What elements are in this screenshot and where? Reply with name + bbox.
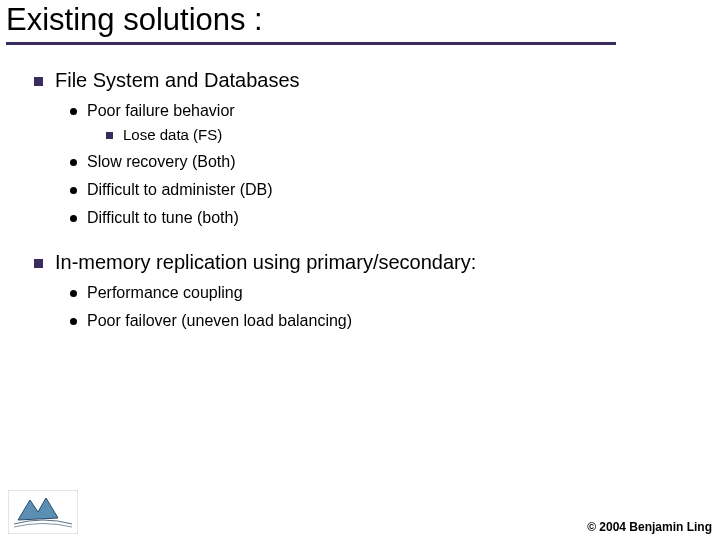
square-bullet-icon: [34, 77, 43, 86]
slide-title: Existing solutions :: [6, 0, 712, 38]
bullet-level1: In-memory replication using primary/seco…: [34, 251, 690, 274]
bullet-level1: File System and Databases: [34, 69, 690, 92]
dot-bullet-icon: [70, 159, 77, 166]
bullet-level2: Difficult to tune (both): [70, 209, 690, 227]
item-text: Difficult to tune (both): [87, 209, 690, 227]
dot-bullet-icon: [70, 215, 77, 222]
square-bullet-icon: [34, 259, 43, 268]
square-bullet-icon: [106, 132, 113, 139]
title-area: Existing solutions :: [0, 0, 720, 45]
dot-bullet-icon: [70, 108, 77, 115]
item-text: Slow recovery (Both): [87, 153, 690, 171]
roc-logo: [8, 490, 78, 534]
item-text: Difficult to administer (DB): [87, 181, 690, 199]
bullet-level2: Difficult to administer (DB): [70, 181, 690, 199]
subitem-text: Lose data (FS): [123, 126, 690, 143]
section-heading: In-memory replication using primary/seco…: [55, 251, 690, 274]
copyright-footer: © 2004 Benjamin Ling: [587, 520, 712, 534]
item-text: Poor failure behavior: [87, 102, 690, 120]
bullet-level2: Poor failure behavior: [70, 102, 690, 120]
dot-bullet-icon: [70, 290, 77, 297]
bullet-level2: Poor failover (uneven load balancing): [70, 312, 690, 330]
bullet-level2: Slow recovery (Both): [70, 153, 690, 171]
dot-bullet-icon: [70, 318, 77, 325]
dot-bullet-icon: [70, 187, 77, 194]
item-text: Poor failover (uneven load balancing): [87, 312, 690, 330]
item-text: Performance coupling: [87, 284, 690, 302]
bullet-level3: Lose data (FS): [106, 126, 690, 143]
section-heading: File System and Databases: [55, 69, 690, 92]
bullet-level2: Performance coupling: [70, 284, 690, 302]
content-body: File System and Databases Poor failure b…: [0, 45, 720, 330]
